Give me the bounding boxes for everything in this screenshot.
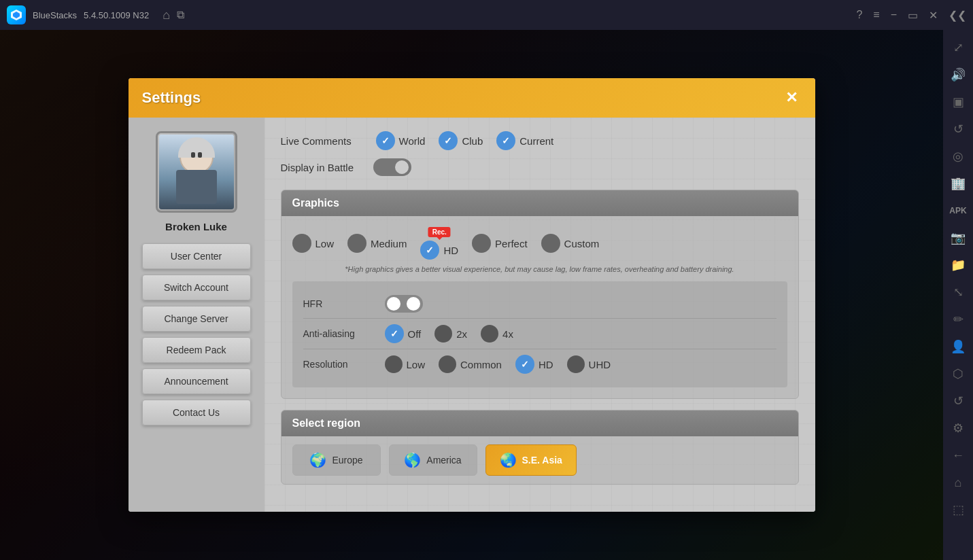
apk-icon[interactable]: APK	[946, 198, 970, 223]
quality-note: *High graphics gives a better visual exp…	[292, 265, 787, 273]
europe-label: Europe	[332, 455, 362, 466]
custom-radio	[541, 234, 560, 253]
help-icon[interactable]: ?	[856, 9, 862, 21]
aa-2x[interactable]: 2x	[434, 325, 467, 343]
low-label: Low	[315, 238, 335, 249]
announcement-button[interactable]: Announcement	[142, 368, 251, 394]
res-low-icon	[385, 355, 403, 373]
square-icon[interactable]: ⬚	[946, 497, 970, 522]
menu-icon[interactable]: ≡	[873, 9, 879, 21]
switch-account-button[interactable]: Switch Account	[142, 275, 251, 300]
display-icon[interactable]: ▣	[946, 90, 970, 114]
europe-icon: 🌍	[309, 452, 326, 468]
quality-perfect[interactable]: Perfect	[472, 234, 528, 253]
arrow-left-icon[interactable]: ←	[946, 443, 970, 468]
live-comments-row: Live Comments ✓ World ✓ Club ✓ Current	[281, 131, 799, 150]
rotate-icon[interactable]: ↺	[946, 117, 970, 141]
fullscreen-icon[interactable]: ⤢	[946, 35, 970, 60]
topbar-controls: ? ≡ − ▭ ✕ ❮❮	[856, 9, 966, 22]
region-europe[interactable]: 🌍 Europe	[292, 444, 381, 476]
res-hd-icon: ✓	[515, 355, 534, 374]
america-label: America	[426, 455, 461, 466]
home-icon[interactable]: ⌂	[946, 470, 970, 495]
perfect-label: Perfect	[495, 238, 528, 249]
settings-icon[interactable]: ⚙	[946, 416, 970, 440]
club-check-icon: ✓	[439, 131, 458, 150]
settings-modal: Settings ✕ Broken	[129, 78, 815, 512]
aa-4x[interactable]: 4x	[481, 325, 513, 343]
region-se-asia[interactable]: 🌏 S.E. Asia	[485, 444, 577, 476]
back-icon[interactable]: ❮❮	[949, 9, 966, 22]
layers-icon[interactable]: ⬡	[946, 362, 970, 386]
rec-badge: Rec.	[428, 227, 451, 237]
region-america[interactable]: 🌎 America	[389, 444, 477, 476]
resolution-label: Resolution	[303, 359, 371, 370]
aa-off[interactable]: ✓ Off	[385, 324, 422, 343]
right-content: Live Comments ✓ World ✓ Club ✓ Current	[264, 118, 815, 512]
camera-icon[interactable]: 📷	[946, 226, 970, 250]
edit-icon[interactable]: ✏	[946, 307, 970, 332]
medium-radio	[347, 234, 366, 253]
home-nav-icon[interactable]: ⌂	[163, 8, 170, 22]
location-icon[interactable]: ◎	[946, 144, 970, 169]
close-icon[interactable]: ✕	[929, 9, 938, 22]
resize-icon[interactable]: ⤡	[946, 280, 970, 304]
right-sidebar: ⤢ 🔊 ▣ ↺ ◎ 🏢 APK 📷 📁 ⤡ ✏ 👤 ⬡ ↺ ⚙ ← ⌂ ⬚	[943, 30, 973, 560]
res-hd[interactable]: ✓ HD	[515, 355, 553, 374]
user-center-button[interactable]: User Center	[142, 243, 251, 269]
current-label: Current	[519, 135, 553, 147]
hd-radio	[420, 241, 439, 260]
res-common[interactable]: Common	[439, 355, 502, 373]
res-hd-label: HD	[539, 359, 553, 370]
quality-row: Low Medium Rec. HD	[292, 227, 787, 260]
aa-2x-label: 2x	[456, 328, 467, 340]
multi-instance-icon[interactable]: ⧉	[177, 9, 184, 21]
medium-label: Medium	[371, 238, 407, 249]
graphics-header: Graphics	[281, 190, 798, 216]
live-comments-label: Live Comments	[281, 135, 362, 147]
hd-label: HD	[443, 245, 458, 256]
change-server-button[interactable]: Change Server	[142, 306, 251, 332]
user-icon[interactable]: 👤	[946, 334, 970, 359]
current-checkbox[interactable]: ✓ Current	[496, 131, 553, 150]
res-common-label: Common	[460, 359, 502, 370]
left-panel: Broken Luke User Center Switch Account C…	[129, 118, 264, 512]
restore-icon[interactable]: ▭	[908, 9, 918, 22]
antialiasing-row: Anti-aliasing ✓ Off 2x	[303, 319, 776, 349]
display-in-battle-toggle[interactable]	[373, 158, 411, 176]
modal-overlay: Settings ✕ Broken	[0, 30, 943, 560]
perfect-radio	[472, 234, 491, 253]
quality-hd[interactable]: Rec. HD	[420, 241, 458, 260]
se-asia-label: S.E. Asia	[522, 455, 562, 466]
volume-icon[interactable]: 🔊	[946, 63, 970, 87]
quality-medium[interactable]: Medium	[347, 234, 407, 253]
club-label: Club	[462, 135, 483, 147]
res-uhd-icon	[567, 355, 585, 373]
club-checkbox[interactable]: ✓ Club	[439, 131, 483, 150]
refresh-icon[interactable]: ↺	[946, 389, 970, 413]
res-uhd[interactable]: UHD	[567, 355, 611, 373]
region-section: Select region 🌍 Europe 🌎 America 🌏 S.	[281, 410, 799, 485]
contact-us-button[interactable]: Contact Us	[142, 400, 251, 425]
resolution-row: Resolution Low Common ✓	[303, 349, 776, 379]
current-check-icon: ✓	[496, 131, 515, 150]
app-name: BlueStacks	[33, 10, 77, 20]
quality-custom[interactable]: Custom	[541, 234, 600, 253]
minimize-icon[interactable]: −	[891, 9, 897, 21]
world-label: World	[399, 135, 426, 147]
world-checkbox[interactable]: ✓ World	[376, 131, 426, 150]
building-icon[interactable]: 🏢	[946, 171, 970, 196]
redeem-pack-button[interactable]: Redeem Pack	[142, 337, 251, 363]
aa-4x-icon	[481, 325, 498, 343]
quality-low[interactable]: Low	[292, 234, 335, 253]
america-icon: 🌎	[404, 452, 421, 468]
res-low[interactable]: Low	[385, 355, 426, 373]
graphics-section: Graphics Low Medium	[281, 190, 799, 399]
modal-close-button[interactable]: ✕	[781, 88, 802, 108]
display-in-battle-row: Display in Battle	[281, 158, 799, 176]
region-header: Select region	[281, 410, 798, 436]
user-name: Broken Luke	[165, 221, 227, 232]
hfr-toggle[interactable]	[385, 295, 423, 313]
folder-icon[interactable]: 📁	[946, 253, 970, 277]
hfr-label: HFR	[303, 298, 371, 309]
